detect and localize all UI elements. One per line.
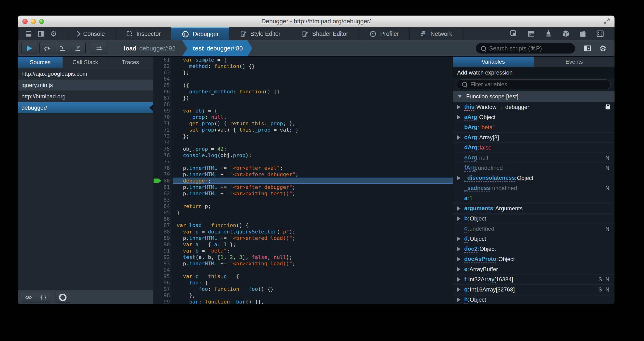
scope-header[interactable]: Function scope [test] — [453, 91, 614, 102]
code-line[interactable]: 70 _prop: null, — [153, 114, 453, 120]
variable-name[interactable]: this — [464, 104, 474, 111]
code-line[interactable]: 61 var simple = { — [153, 56, 453, 63]
variable-row[interactable]: eArg: nullN — [453, 153, 614, 163]
tab-network[interactable]: Network — [410, 27, 463, 40]
responsive-mode-icon[interactable] — [596, 30, 604, 38]
source-editor[interactable]: 61 var simple = {62 method: function() {… — [153, 56, 453, 304]
breakpoint-gutter[interactable] — [153, 260, 159, 267]
expander[interactable] — [453, 247, 464, 252]
breakpoint-gutter[interactable] — [153, 197, 159, 203]
tab-traces[interactable]: Traces — [108, 56, 153, 68]
code-line[interactable]: 66 another_method: function() {} — [153, 88, 453, 95]
scratchpad-icon[interactable] — [579, 30, 587, 38]
line-number[interactable]: 98 — [159, 292, 173, 298]
line-number[interactable]: 94 — [159, 267, 173, 273]
line-number[interactable]: 96 — [159, 280, 173, 286]
line-number[interactable]: 66 — [159, 88, 173, 95]
breakpoint-gutter[interactable] — [153, 165, 159, 171]
trace-button[interactable] — [91, 43, 107, 54]
expand-arrow-icon[interactable] — [457, 277, 460, 282]
expand-arrow-icon[interactable] — [457, 206, 460, 211]
breadcrumb-frame-load[interactable]: load debugger/:92 — [117, 40, 182, 56]
variable-value[interactable]: Object — [470, 296, 486, 303]
resume-button[interactable] — [22, 43, 37, 54]
step-out-button[interactable] — [70, 43, 86, 54]
variable-value[interactable]: Object — [517, 175, 533, 181]
variable-name[interactable]: cArg — [464, 134, 477, 141]
breakpoint-gutter[interactable] — [153, 69, 159, 76]
variable-row[interactable]: aArg: Object — [453, 112, 614, 122]
breakpoint-gutter[interactable] — [153, 254, 159, 260]
expand-arrow-icon[interactable] — [457, 135, 460, 140]
dock-side-icon[interactable] — [38, 31, 44, 36]
variable-filter-input[interactable] — [470, 81, 605, 88]
expander[interactable] — [453, 176, 464, 180]
code-line[interactable]: 63 }; — [153, 69, 453, 76]
breakpoint-gutter[interactable] — [153, 248, 159, 254]
code-line[interactable]: 85} — [153, 210, 453, 216]
zoom-button[interactable] — [39, 19, 44, 24]
breakpoint-gutter[interactable] — [153, 95, 159, 101]
line-number[interactable]: 75 — [159, 146, 173, 152]
code-line[interactable]: 79 p.innerHTML += "<br>before debugger"; — [153, 171, 453, 178]
expand-arrow-icon[interactable] — [457, 105, 460, 110]
blackbox-eye-button[interactable] — [21, 292, 36, 302]
tab-events[interactable]: Events — [534, 56, 614, 67]
code-line[interactable]: 81 p.innerHTML += "<br>after debugger"; — [153, 184, 453, 190]
titlebar[interactable]: Debugger - http://htmlpad.org/debugger/ — [18, 16, 614, 27]
source-item-debugger-selected[interactable]: debugger/ — [18, 102, 153, 114]
variable-row[interactable]: dArg: false — [453, 143, 614, 153]
breakpoint-gutter[interactable] — [153, 152, 159, 158]
source-item-jquery[interactable]: jquery.min.js — [18, 80, 153, 91]
variable-row[interactable]: c: undefinedN — [453, 224, 614, 234]
code-line[interactable]: 83 — [153, 197, 453, 203]
breakpoint-gutter[interactable] — [153, 120, 159, 127]
step-in-button[interactable] — [55, 43, 70, 54]
line-number[interactable]: 63 — [159, 69, 173, 76]
breakpoint-gutter[interactable] — [153, 273, 159, 280]
expander[interactable] — [453, 115, 464, 120]
code-line[interactable]: 94 — [153, 267, 453, 273]
line-number[interactable]: 77 — [159, 158, 173, 165]
variable-name[interactable]: f — [464, 276, 466, 283]
variable-name[interactable]: c — [464, 225, 467, 232]
expander[interactable] — [453, 206, 464, 211]
variable-row[interactable]: h: Object — [453, 295, 614, 304]
line-number[interactable]: 67 — [159, 95, 173, 101]
variable-name[interactable]: h — [464, 296, 468, 304]
line-number[interactable]: 93 — [159, 260, 173, 267]
debugger-settings-gear-icon[interactable]: ⚙ — [600, 44, 606, 52]
variable-value[interactable]: ArrayBuffer — [470, 266, 498, 272]
expander[interactable] — [453, 267, 464, 272]
code-line[interactable]: 67 }) — [153, 95, 453, 101]
variable-row[interactable]: d: Object — [453, 234, 614, 244]
code-line[interactable]: 91 var b = "beta"; — [153, 248, 453, 254]
code-line[interactable]: 65 ({ — [153, 82, 453, 88]
variable-name[interactable]: a — [464, 195, 467, 202]
code-line[interactable]: 95 var c = this.c = { — [153, 273, 453, 280]
expand-arrow-icon[interactable] — [457, 216, 460, 221]
line-number[interactable]: 99 — [159, 298, 173, 304]
line-number[interactable]: 90 — [159, 241, 173, 248]
variable-name[interactable]: aArg — [464, 114, 477, 121]
breakpoint-gutter[interactable] — [153, 203, 159, 210]
line-number[interactable]: 72 — [159, 127, 173, 133]
breakpoint-gutter[interactable] — [153, 76, 159, 82]
tab-style-editor[interactable]: Style Editor — [229, 27, 291, 40]
variable-name[interactable]: fArg — [464, 164, 476, 172]
panel-toggle-icon[interactable] — [583, 45, 592, 52]
code-line[interactable]: 97 _foo: function __foo() {} — [153, 286, 453, 292]
variable-name[interactable]: _sadness — [464, 185, 490, 192]
line-number[interactable]: 87 — [159, 222, 173, 228]
prettify-button[interactable]: {} — [36, 292, 51, 302]
variable-value[interactable]: Object — [498, 256, 515, 262]
variable-value[interactable]: undefined — [492, 185, 517, 192]
breakpoint-gutter[interactable] — [153, 286, 159, 292]
expander[interactable] — [453, 236, 464, 241]
expand-arrow-icon[interactable] — [457, 115, 460, 120]
expander[interactable] — [453, 257, 464, 262]
breadcrumb-frame-test[interactable]: test debugger/:80 — [182, 40, 252, 56]
code-line[interactable]: 96 foo: { — [153, 280, 453, 286]
line-number[interactable]: 68 — [159, 101, 173, 108]
line-number[interactable]: 81 — [159, 184, 173, 190]
